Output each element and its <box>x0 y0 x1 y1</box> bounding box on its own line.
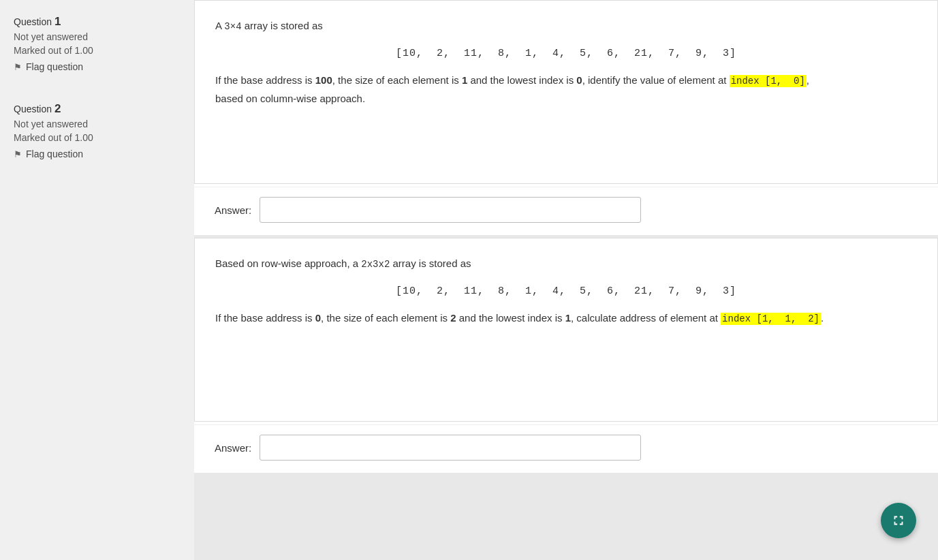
q1-status: Not yet answered <box>14 31 181 42</box>
q2-flag-question[interactable]: ⚑ Flag question <box>14 149 181 159</box>
q1-answer-label: Answer: <box>215 204 251 216</box>
fab-expand-button[interactable] <box>881 503 916 538</box>
q1-label: Question 1 <box>14 15 181 29</box>
q2-answer-label: Answer: <box>215 442 251 454</box>
question-2-body: Based on row-wise approach, a 2x3x2 arra… <box>194 238 938 422</box>
q2-element-size: 2 <box>450 312 456 324</box>
question-1-condition: If the base address is 100, the size of … <box>215 72 917 107</box>
question-2-answer-row: Answer: <box>194 424 938 473</box>
question-2-text: Based on row-wise approach, a 2x3x2 arra… <box>215 255 917 273</box>
expand-icon <box>891 513 906 528</box>
q1-mark: Marked out of 1.00 <box>14 45 181 56</box>
question-1-block: A 3×4 array is stored as [10, 2, 11, 8, … <box>194 0 938 235</box>
q2-flag-label: Flag question <box>26 149 83 159</box>
q2-array-type: 2x3x2 <box>361 259 390 270</box>
q2-intro: Based on row-wise approach, a <box>215 258 361 269</box>
flag-icon-q1: ⚑ <box>14 62 22 72</box>
q2-lowest-index: 1 <box>565 312 571 324</box>
q1-element-size: 1 <box>462 74 467 86</box>
sidebar: Question 1 Not yet answered Marked out o… <box>0 0 194 560</box>
sidebar-item-q2: Question 2 Not yet answered Marked out o… <box>14 94 181 168</box>
q2-base-address: 0 <box>315 312 321 324</box>
q1-intro-suffix: array is stored as <box>242 20 323 31</box>
q1-flag-label: Flag question <box>26 61 83 72</box>
q1-intro: A <box>215 20 224 31</box>
q1-index-highlight: index [1, 0] <box>730 75 807 87</box>
question-1-answer-row: Answer: <box>194 187 938 235</box>
q1-lowest-index: 0 <box>576 74 582 86</box>
q2-index-highlight: index [1, 1, 2] <box>721 313 821 325</box>
q2-label: Question 2 <box>14 102 181 116</box>
question-1-text: A 3×4 array is stored as <box>215 17 917 35</box>
q1-answer-input[interactable] <box>260 197 641 223</box>
q1-base-address: 100 <box>315 74 332 86</box>
flag-icon-q2: ⚑ <box>14 149 22 159</box>
q1-array-display: [10, 2, 11, 8, 1, 4, 5, 6, 21, 7, 9, 3] <box>215 48 917 59</box>
q2-number: 2 <box>54 102 61 115</box>
sidebar-item-q1: Question 1 Not yet answered Marked out o… <box>14 7 181 80</box>
q2-status: Not yet answered <box>14 119 181 129</box>
main-content: A 3×4 array is stored as [10, 2, 11, 8, … <box>194 0 938 560</box>
q2-array-display: [10, 2, 11, 8, 1, 4, 5, 6, 21, 7, 9, 3] <box>215 285 917 297</box>
q1-label-text: Question <box>14 16 52 27</box>
question-1-body: A 3×4 array is stored as [10, 2, 11, 8, … <box>194 0 938 184</box>
q2-label-text: Question <box>14 104 52 114</box>
q2-answer-input[interactable] <box>260 435 641 461</box>
q1-flag-question[interactable]: ⚑ Flag question <box>14 61 181 72</box>
q1-array-type: 3×4 <box>224 21 241 32</box>
q1-number: 1 <box>54 15 61 28</box>
question-2-condition: If the base address is 0, the size of ea… <box>215 309 917 328</box>
q2-mark: Marked out of 1.00 <box>14 132 181 143</box>
question-2-block: Based on row-wise approach, a 2x3x2 arra… <box>194 238 938 473</box>
q2-intro-suffix: array is stored as <box>390 258 471 269</box>
